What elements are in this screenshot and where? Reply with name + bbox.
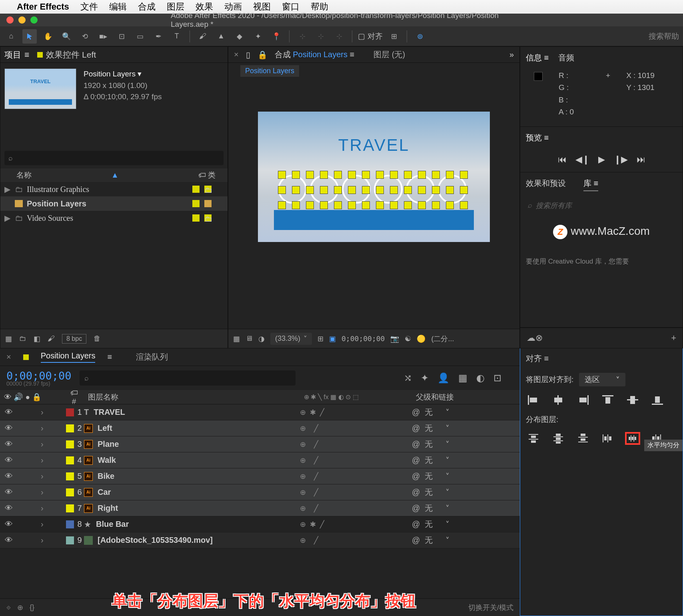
pickwhip-icon[interactable]: @ (412, 536, 420, 545)
show-channel-icon[interactable]: ☯ (405, 334, 411, 343)
eye-col-icon[interactable]: 👁 🔊 ● 🔒 (4, 393, 42, 401)
rectangle-tool[interactable]: ▭ (133, 29, 147, 44)
layer-row[interactable]: 👁›8★ Blue Bar⊕✱╱@ 无 ˅ (0, 516, 520, 532)
toggle-brackets-icon[interactable]: {} (30, 603, 34, 612)
effects-presets-tab[interactable]: 效果和预设 (526, 178, 566, 191)
pickwhip-icon[interactable]: @ (412, 456, 420, 465)
maximize-window-button[interactable] (30, 16, 38, 24)
distribute-left-button[interactable] (600, 432, 615, 445)
panel-overflow-icon[interactable]: » (509, 50, 514, 59)
project-column-header[interactable]: 名称▲🏷 类 (0, 168, 228, 182)
composition-canvas[interactable]: TRAVEL (258, 112, 490, 242)
adjust-icon[interactable]: 🖌 (48, 334, 55, 343)
grid-icon[interactable]: ⊞ (318, 334, 324, 343)
parent-dropdown[interactable]: 无 (425, 519, 433, 530)
mask-icon[interactable]: ◑ (258, 334, 265, 343)
first-frame-icon[interactable]: ⏮ (558, 154, 567, 165)
clone-stamp-tool[interactable]: ▲ (214, 29, 228, 44)
roto-brush-tool[interactable]: ✦ (251, 29, 265, 44)
parent-dropdown[interactable]: 无 (425, 471, 433, 482)
prev-frame-icon[interactable]: ◀❙ (575, 154, 589, 165)
align-right-button[interactable] (575, 394, 591, 406)
visibility-toggle[interactable]: 👁 (5, 424, 13, 433)
shy-icon[interactable]: 👤 (437, 372, 449, 384)
expand-icon[interactable]: › (41, 536, 44, 545)
visibility-toggle[interactable]: 👁 (5, 536, 13, 545)
layer-row[interactable]: 👁›4Ai Walk⊕╱@ 无 ˅ (0, 452, 520, 468)
project-search-input[interactable]: ⌕ (4, 151, 224, 165)
layer-row[interactable]: 👁›5Ai Bike⊕╱@ 无 ˅ (0, 468, 520, 484)
lock-icon[interactable]: ▯ (246, 50, 250, 60)
cloud-sync-icon[interactable]: ☁⊗ (527, 333, 543, 343)
visibility-toggle[interactable]: 👁 (5, 520, 13, 529)
align-hcenter-button[interactable] (551, 394, 566, 406)
color-icon[interactable]: 🟡 (417, 334, 425, 343)
comp-mini-flowchart-icon[interactable]: ⤭ (404, 372, 412, 384)
pickwhip-icon[interactable]: @ (412, 504, 420, 513)
expand-icon[interactable]: › (41, 456, 44, 465)
render-queue-tab[interactable]: 渲染队列 (136, 352, 168, 362)
tab-close-icon[interactable]: × (6, 352, 11, 362)
distribute-top-button[interactable] (526, 432, 541, 445)
visibility-toggle[interactable]: 👁 (5, 408, 13, 417)
time-display[interactable]: 0;00;00;00 (342, 334, 385, 343)
expand-icon[interactable]: › (41, 472, 44, 481)
comp-breadcrumb[interactable]: Position Layers (240, 65, 299, 77)
toggle-modes-icon[interactable]: ⊕ (17, 603, 23, 612)
expand-icon[interactable]: › (41, 424, 44, 433)
timeline-search-input[interactable]: ⌕ (80, 370, 296, 386)
eraser-tool[interactable]: ◆ (232, 29, 247, 44)
selection-tool[interactable] (22, 29, 37, 44)
layer-row[interactable]: 👁›2Ai Left⊕╱@ 无 ˅ (0, 420, 520, 436)
pickwhip-icon[interactable]: @ (412, 520, 420, 529)
toggle-switches-label[interactable]: 切换开关/模式 (468, 603, 513, 612)
app-name[interactable]: After Effects (17, 2, 69, 12)
timeline-comp-tab[interactable]: Position Layers (41, 351, 96, 363)
layer-row[interactable]: 👁›1T TRAVEL⊕✱╱@ 无 ˅ (0, 404, 520, 420)
align-top-button[interactable] (600, 394, 615, 406)
parent-dropdown[interactable]: 无 (425, 423, 433, 434)
expand-icon[interactable]: › (41, 440, 44, 449)
layer-row[interactable]: 👁›7Ai Right⊕╱@ 无 ˅ (0, 500, 520, 516)
axis-world-icon[interactable]: ⊹ (314, 29, 328, 44)
parent-dropdown[interactable]: 无 (425, 407, 433, 418)
project-item-folder[interactable]: ▶🗀Video Sources 🗀 (0, 211, 228, 225)
orbit-tool[interactable]: ⟲ (78, 29, 92, 44)
visibility-toggle[interactable]: 👁 (5, 488, 13, 497)
motion-blur-icon[interactable]: ◐ (476, 372, 485, 384)
project-tab[interactable]: 项目 ≡ (4, 49, 29, 60)
pan-behind-tool[interactable]: ⊡ (114, 29, 129, 44)
home-button[interactable]: ⌂ (4, 29, 18, 44)
snap-toggle[interactable]: ▢ 对齐 (358, 31, 383, 42)
current-time[interactable]: 0;00;00;00 (6, 370, 72, 382)
composition-thumbnail[interactable] (4, 68, 76, 109)
search-help-input[interactable]: 搜索帮助 (649, 31, 679, 42)
layer-tab[interactable]: 图层 (无) (373, 49, 405, 60)
visibility-toggle[interactable]: 👁 (5, 472, 13, 481)
align-to-dropdown[interactable]: 选区 ˅ (579, 373, 625, 386)
distribute-bottom-button[interactable] (575, 432, 591, 445)
graph-editor-icon[interactable]: ⊡ (493, 372, 501, 384)
parent-dropdown[interactable]: 无 (425, 535, 433, 546)
library-search-input[interactable]: ⌕ 搜索所有库 (526, 196, 677, 215)
channel-icon[interactable]: 🖥 (246, 334, 253, 343)
play-icon[interactable]: ▶ (598, 154, 605, 165)
effect-controls-tab[interactable]: 效果控件 Left (37, 49, 96, 60)
parent-dropdown[interactable]: 无 (425, 455, 433, 466)
project-item-comp[interactable]: Position Layers (0, 196, 228, 211)
distribute-hcenter-button[interactable] (625, 432, 640, 445)
search-help-icon[interactable]: ⊚ (413, 29, 427, 44)
guides-icon[interactable]: ▣ (329, 334, 336, 343)
next-frame-icon[interactable]: ❙▶ (614, 154, 628, 165)
magnification-icon[interactable]: ▦ (233, 334, 240, 343)
interpret-footage-icon[interactable]: ▦ (5, 334, 12, 343)
snap-options-icon[interactable]: ⊞ (387, 29, 401, 44)
delete-icon[interactable]: 🗑 (94, 334, 101, 343)
frame-blend-icon[interactable]: ▦ (458, 372, 467, 384)
align-vcenter-button[interactable] (625, 394, 640, 406)
new-folder-icon[interactable]: 🗀 (19, 334, 26, 343)
menu-edit[interactable]: 编辑 (109, 1, 127, 13)
parent-dropdown[interactable]: 无 (425, 503, 433, 514)
minimize-window-button[interactable] (18, 16, 26, 24)
expand-icon[interactable]: › (41, 504, 44, 513)
